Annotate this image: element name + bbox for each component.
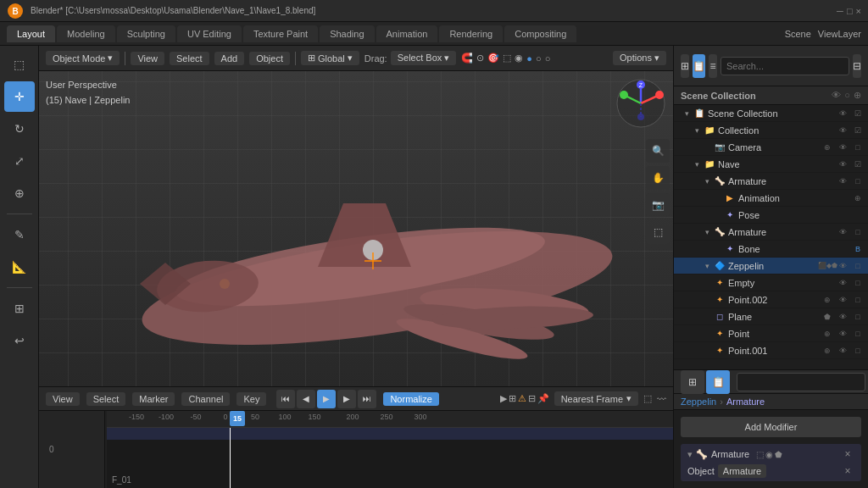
plane-extra[interactable]: ⬟ <box>821 310 834 324</box>
orientation-selector[interactable]: ⊞ Global ▾ <box>301 51 359 65</box>
outliner-row-armature2[interactable]: ▾ 🦴 Armature 👁 □ <box>674 224 868 241</box>
select-box-btn[interactable]: Select Box ▾ <box>391 51 457 65</box>
props-btn1[interactable]: ⊞ <box>681 370 704 394</box>
armature-value-close[interactable]: × <box>841 464 854 478</box>
nav-gizmo[interactable]: Z <box>615 78 666 129</box>
warning-icon[interactable]: ⚠ <box>518 393 526 404</box>
play-btn[interactable]: ▶ <box>317 390 336 408</box>
add-menu[interactable]: Add <box>214 52 245 65</box>
hide-icon[interactable]: ○ <box>844 90 850 101</box>
tab-texture-paint[interactable]: Texture Paint <box>243 25 318 42</box>
vis-btn-p001[interactable]: 👁 <box>836 344 849 358</box>
visibility-btn-scene[interactable]: 👁 <box>836 107 849 120</box>
checkbox-armature[interactable]: □ <box>851 175 865 188</box>
scale-tool[interactable]: ⤢ <box>4 146 35 176</box>
outliner-row-point002[interactable]: ▾ ✦ Point.002 ⊕ 👁 □ <box>674 291 868 308</box>
tab-compositing[interactable]: Compositing <box>504 25 576 42</box>
render-btn[interactable]: ⬚ <box>646 220 670 244</box>
armature-toggle[interactable]: ▾ <box>687 449 693 460</box>
mod-icon3[interactable]: ⬟ <box>775 450 782 459</box>
vis-btn-cam[interactable]: 👁 <box>836 141 849 154</box>
checkbox-plane[interactable]: □ <box>851 310 865 324</box>
outliner-row-zeppelin[interactable]: ▾ 🔷 Zeppelin ⬛◆⬟ 👁 □ <box>674 258 868 274</box>
outliner-row-plane[interactable]: ▾ ◻ Plane ⬟ 👁 □ <box>674 308 868 325</box>
breadcrumb-armature[interactable]: Armature <box>726 396 765 407</box>
armature-close-btn[interactable]: × <box>841 447 854 461</box>
measure-tool[interactable]: 📐 <box>4 252 35 282</box>
outliner-row-empty[interactable]: ▾ ✦ Empty 👁 □ <box>674 274 868 291</box>
breadcrumb-zeppelin[interactable]: Zeppelin <box>681 396 716 407</box>
annotate-tool[interactable]: ✎ <box>4 219 35 250</box>
shading-solid[interactable]: ● <box>526 53 532 64</box>
props-btn2[interactable]: 📋 <box>706 370 730 394</box>
outliner-row-animation[interactable]: ▾ ▶ Animation ⊕ <box>674 190 868 207</box>
selectable-icon[interactable]: ⊕ <box>854 90 861 101</box>
cam-extra-icon[interactable]: ⊕ <box>821 141 834 154</box>
prev-frame-btn[interactable]: ◀ <box>297 390 315 408</box>
move-tool[interactable]: ✛ <box>4 81 35 112</box>
panel-view-btn[interactable]: ⊞ <box>681 54 689 78</box>
outliner-row-pose[interactable]: ▾ ✦ Pose <box>674 207 868 224</box>
vis-btn-plane[interactable]: 👁 <box>836 310 849 324</box>
filter-icon[interactable]: ▶ <box>500 393 507 404</box>
toggle-armature2[interactable]: ▾ <box>701 226 713 238</box>
anim-extra[interactable]: ⊕ <box>851 191 865 205</box>
zoom-tool-btn[interactable]: 🔍 <box>646 139 670 163</box>
vis-btn-p002[interactable]: 👁 <box>836 293 849 307</box>
outliner-row-collection[interactable]: ▾ 📁 Collection 👁 ☑ <box>674 122 868 139</box>
nearest-frame-selector[interactable]: Nearest Frame ▾ <box>554 391 638 406</box>
toggle-armature[interactable]: ▾ <box>701 175 713 187</box>
timeline-marker-menu[interactable]: Marker <box>132 392 175 406</box>
mod-icon2[interactable]: ◉ <box>765 450 773 459</box>
timeline-view-menu[interactable]: View <box>46 392 80 406</box>
visibility-btn-collection[interactable]: 👁 <box>836 124 849 137</box>
timeline-key-menu[interactable]: Key <box>236 392 266 406</box>
filter3-icon[interactable]: ⊟ <box>528 393 536 404</box>
view-icon[interactable]: 👁 <box>832 90 841 101</box>
filter2-icon[interactable]: ⊞ <box>509 393 516 404</box>
checkbox-arm2[interactable]: □ <box>851 225 865 239</box>
zep-icons[interactable]: ⬛◆⬟ <box>821 259 834 273</box>
tab-rendering[interactable]: Rendering <box>439 25 503 42</box>
checkbox-p001[interactable]: □ <box>851 344 865 358</box>
shading-mat[interactable]: ○ <box>536 53 542 64</box>
timeline-channel-menu[interactable]: Channel <box>181 392 230 406</box>
p002-extra[interactable]: ⊕ <box>821 293 834 307</box>
outliner-row-nave[interactable]: ▾ 📁 Nave 👁 ☑ <box>674 156 868 173</box>
overlays-icon[interactable]: ⬚ <box>503 53 511 64</box>
timeline-icon2[interactable]: 〰 <box>657 394 666 404</box>
vis-btn-armature[interactable]: 👁 <box>836 175 849 188</box>
proportional-icon[interactable]: ⊙ <box>476 53 484 64</box>
add-modifier-button[interactable]: Add Modifier <box>681 417 861 437</box>
tab-shading[interactable]: Shading <box>320 25 374 42</box>
shading-render[interactable]: ○ <box>545 53 551 64</box>
tab-sculpting[interactable]: Sculpting <box>117 25 175 42</box>
vis-btn-empty[interactable]: 👁 <box>836 276 849 290</box>
checkbox-empty[interactable]: □ <box>851 276 865 290</box>
options-button[interactable]: Options ▾ <box>613 51 666 65</box>
select-menu[interactable]: Select <box>170 52 209 65</box>
snap-icon[interactable]: 🧲 <box>461 53 473 64</box>
toggle-scene-collection[interactable]: ▾ <box>681 108 693 119</box>
camera-tool-btn[interactable]: 📷 <box>646 193 670 217</box>
checkbox-p002[interactable]: □ <box>851 293 865 307</box>
armature-object-value[interactable]: Armature <box>718 464 766 478</box>
xray-icon[interactable]: ◉ <box>515 53 523 64</box>
show-gizmo-icon[interactable]: 🎯 <box>487 53 499 64</box>
checkbox-nave[interactable]: ☑ <box>851 158 865 171</box>
jump-start-btn[interactable]: ⏮ <box>276 390 295 408</box>
vis-btn-zeppelin[interactable]: 👁 <box>836 259 849 273</box>
toggle-collection[interactable]: ▾ <box>691 125 703 136</box>
rotate-tool[interactable]: ↻ <box>4 114 35 144</box>
vis-btn-nave[interactable]: 👁 <box>836 158 849 171</box>
checkbox-point[interactable]: □ <box>851 327 865 341</box>
vis-btn-arm2[interactable]: 👁 <box>836 225 849 239</box>
pan-tool-btn[interactable]: ✋ <box>646 166 670 190</box>
checkbox-scene[interactable]: ☑ <box>851 107 865 120</box>
mode-selector[interactable]: Object Mode ▾ <box>46 51 120 65</box>
props-search[interactable] <box>737 373 865 391</box>
pinned-icon[interactable]: 📌 <box>537 393 549 404</box>
tab-uv-editing[interactable]: UV Editing <box>177 25 242 42</box>
checkbox-cam[interactable]: □ <box>851 141 865 154</box>
origin-tool[interactable]: ↩ <box>4 325 35 356</box>
